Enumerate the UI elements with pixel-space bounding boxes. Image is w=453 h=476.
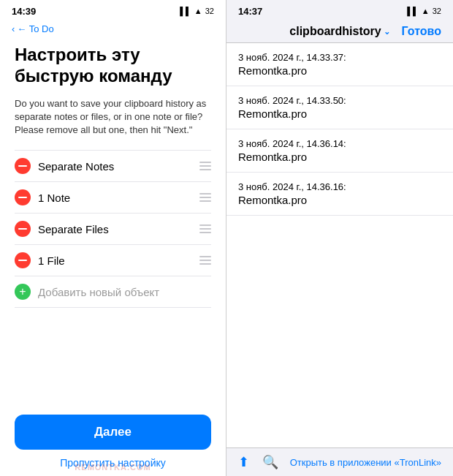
history-date-2: 3 нояб. 2024 г., 14.36.14:: [238, 138, 441, 149]
history-list: 3 нояб. 2024 г., 14.33.37: Remontka.pro …: [226, 43, 453, 447]
left-content: Настроить эту быструю команду Do you wan…: [0, 39, 226, 403]
battery-label: 32: [205, 7, 214, 15]
right-panel: 14:37 ▌▌ ▲ 32 clipboardhistory ⌄ Готово …: [226, 0, 453, 476]
list-item[interactable]: 1 Note: [15, 182, 211, 214]
history-value-3: Remontka.pro: [238, 194, 441, 206]
battery-label-right: 32: [433, 7, 441, 15]
history-value-1: Remontka.pro: [238, 107, 441, 120]
history-item-3[interactable]: 3 нояб. 2024 г., 14.36.16: Remontka.pro: [226, 173, 453, 216]
item-label-1note: 1 Note: [38, 192, 194, 204]
done-button[interactable]: Готово: [402, 25, 441, 38]
item-label-separate-notes: Separate Notes: [38, 160, 194, 173]
next-button[interactable]: Далее: [15, 415, 211, 450]
history-date-0: 3 нояб. 2024 г., 14.33.37:: [238, 52, 441, 63]
left-panel: 14:39 ▌▌ ▲ 32 ‹ ← To Do Настроить эту бы…: [0, 0, 226, 476]
item-label-1file: 1 File: [38, 254, 194, 267]
history-date-3: 3 нояб. 2024 г., 14.36.16:: [238, 181, 441, 192]
drag-handle-separate-files[interactable]: [199, 224, 211, 233]
left-status-icons: ▌▌ ▲ 32: [180, 7, 214, 15]
right-time: 14:37: [238, 6, 262, 17]
back-chevron-icon: ‹: [12, 23, 15, 34]
history-item-1[interactable]: 3 нояб. 2024 г., 14.33.50: Remontka.pro: [226, 86, 453, 129]
add-item-row[interactable]: Добавить новый объект: [15, 276, 211, 308]
item-label-separate-files: Separate Files: [38, 223, 194, 235]
list-item[interactable]: Separate Files: [15, 214, 211, 245]
list-item[interactable]: Separate Notes: [15, 150, 211, 182]
drag-handle-separate-notes[interactable]: [199, 162, 211, 170]
history-item-2[interactable]: 3 нояб. 2024 г., 14.36.14: Remontka.pro: [226, 129, 453, 173]
history-date-1: 3 нояб. 2024 г., 14.33.50:: [238, 95, 441, 106]
right-toolbar: ⬆ 🔍 Открыть в приложении «TronLink»: [226, 447, 453, 476]
nav-back[interactable]: ‹ ← To Do: [0, 20, 226, 39]
list-container: Separate Notes 1 Note Separate Files: [15, 150, 211, 308]
remove-button-1file[interactable]: [15, 252, 31, 268]
right-nav: clipboardhistory ⌄ Готово: [226, 20, 453, 42]
clipboard-title-text: clipboardhistory: [289, 25, 381, 38]
history-item-0[interactable]: 3 нояб. 2024 г., 14.33.37: Remontka.pro: [226, 43, 453, 86]
left-time: 14:39: [12, 6, 36, 17]
open-app-button[interactable]: Открыть в приложении «TronLink»: [290, 457, 441, 468]
remove-button-1note[interactable]: [15, 189, 31, 205]
right-status-icons: ▌▌ ▲ 32: [407, 7, 441, 15]
wifi-icon-right: ▲: [422, 7, 430, 15]
history-value-0: Remontka.pro: [238, 64, 441, 77]
page-description: Do you want to save your clipboard histo…: [15, 97, 211, 137]
add-item-placeholder: Добавить новый объект: [38, 286, 211, 298]
status-bar-left: 14:39 ▌▌ ▲ 32: [0, 0, 226, 20]
search-icon[interactable]: 🔍: [262, 454, 278, 470]
share-icon[interactable]: ⬆: [238, 454, 249, 470]
clipboard-title[interactable]: clipboardhistory ⌄: [289, 25, 389, 38]
chevron-down-icon: ⌄: [384, 27, 390, 37]
toolbar-icons: ⬆ 🔍: [238, 454, 278, 470]
history-value-2: Remontka.pro: [238, 151, 441, 163]
drag-handle-1note[interactable]: [199, 193, 211, 202]
signal-icon: ▌▌: [180, 7, 191, 15]
nav-back-label: ← To Do: [17, 23, 53, 34]
wifi-icon: ▲: [194, 7, 202, 15]
list-item[interactable]: 1 File: [15, 245, 211, 276]
signal-icon-right: ▌▌: [407, 7, 419, 15]
remove-button-separate-notes[interactable]: [15, 158, 31, 174]
page-title: Настроить эту быструю команду: [15, 45, 211, 87]
drag-handle-1file[interactable]: [199, 256, 211, 265]
status-bar-right: 14:37 ▌▌ ▲ 32: [226, 0, 453, 20]
watermark: REMONTKA.COM: [0, 463, 226, 472]
add-item-button[interactable]: [15, 284, 31, 300]
remove-button-separate-files[interactable]: [15, 221, 31, 237]
